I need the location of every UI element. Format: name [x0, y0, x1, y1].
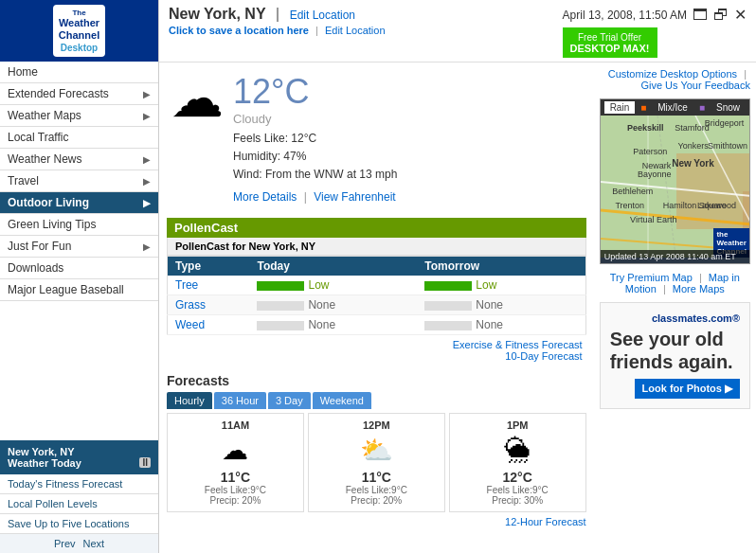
- map-tab-mix[interactable]: Mix/Ice: [652, 101, 693, 114]
- restore-icon[interactable]: 🗗: [713, 7, 729, 24]
- customize-link[interactable]: Customize Desktop Options: [608, 68, 737, 80]
- date-area: April 13, 2008, 11:50 AM 🗖 🗗 ✕ Free Tria…: [563, 6, 747, 58]
- nav-item-weather-maps[interactable]: Weather Maps▶: [0, 105, 158, 127]
- nav-item-just-for-fun[interactable]: Just For Fun▶: [0, 236, 158, 258]
- wind: Wind: From the WNW at 13 mph: [233, 166, 397, 184]
- forecast-time: 11AM: [173, 419, 297, 431]
- pollen-row: Weed None None: [168, 314, 586, 334]
- forecast-tab-hourly[interactable]: Hourly: [167, 392, 212, 409]
- pollen-type: Tree: [168, 276, 250, 295]
- humidity: Humidity: 47%: [233, 148, 397, 166]
- weather-details: Feels Like: 12°C Humidity: 47% Wind: Fro…: [233, 130, 397, 206]
- nav-item-local-traffic[interactable]: Local Traffic: [0, 127, 158, 149]
- temperature: 12°C: [233, 72, 397, 112]
- logo-area: The Weather Channel Desktop: [0, 0, 158, 62]
- sidebar-fitness-link[interactable]: Today's Fitness Forecast: [0, 474, 158, 494]
- map-label-paterson: Paterson: [633, 147, 667, 156]
- map-label-trenton: Trenton: [615, 201, 644, 210]
- sidebar-pagination: Prev Next: [0, 534, 158, 553]
- close-icon[interactable]: ✕: [734, 6, 747, 24]
- pollen-col-today: Today: [249, 256, 417, 276]
- tenday-forecast-link[interactable]: 10-Day Forecast: [505, 350, 582, 362]
- sidebar-collapse-btn[interactable]: II: [139, 457, 151, 468]
- forecast-precip: Precip: 20%: [315, 495, 439, 506]
- map-tab-snow[interactable]: Snow: [711, 101, 746, 114]
- pollen-links: Exercise & Fitness Forecast 10-Day Forec…: [167, 335, 586, 366]
- nav-item-outdoor-living[interactable]: Outdoor Living▶: [0, 192, 158, 214]
- nav-item-extended-forecasts[interactable]: Extended Forecasts▶: [0, 83, 158, 105]
- forecast-cards: 11AM ☁ 11°C Feels Like:9°C Precip: 20% 1…: [167, 413, 586, 512]
- nav-item-downloads[interactable]: Downloads: [0, 258, 158, 279]
- nav-item-major-league-baseball[interactable]: Major League Baseball: [0, 279, 158, 301]
- sidebar-save-link[interactable]: Save Up to Five Locations: [0, 514, 158, 534]
- map-label-lakewood: Lakewood: [697, 201, 736, 210]
- map-label-newyork: New York: [672, 158, 714, 169]
- feedback-link[interactable]: Give Us Your Feedback: [640, 80, 750, 91]
- right-panel: Customize Desktop Options | Give Us Your…: [594, 62, 756, 553]
- nav-item-travel[interactable]: Travel▶: [0, 170, 158, 192]
- fahrenheit-link[interactable]: View Fahrenheit: [314, 190, 396, 204]
- customize-bar: Customize Desktop Options | Give Us Your…: [600, 66, 750, 93]
- pollen-section: PollenCast PollenCast for New York, NY T…: [167, 218, 586, 366]
- current-weather: ☁ 12°C Cloudy Feels Like: 12°C Humidity:…: [167, 68, 586, 210]
- ad-button[interactable]: Look for Photos ▶: [635, 379, 740, 399]
- forecast-tab-weekend[interactable]: Weekend: [313, 392, 371, 409]
- ad-brand: classmates.com®: [610, 312, 740, 324]
- map-updated: Updated 13 Apr 2008 11:40 am ET: [604, 252, 736, 261]
- location-name: New York, NY: [169, 6, 265, 22]
- minimize-icon[interactable]: 🗖: [693, 7, 708, 24]
- trial-button[interactable]: Free Trial Offer DESKTOP MAX!: [563, 27, 657, 58]
- ad-box: classmates.com® See your old friends aga…: [600, 302, 750, 409]
- logo-channel: Channel: [59, 29, 99, 41]
- forecast-tabs: Hourly36 Hour3 DayWeekend: [167, 392, 586, 409]
- edit-location-link2[interactable]: Edit Location: [325, 25, 386, 36]
- nav-item-green-living-tips[interactable]: Green Living Tips: [0, 214, 158, 236]
- map-label-peekskill: Peekskill: [627, 123, 664, 133]
- pollen-location: PollenCast for New York, NY: [167, 238, 586, 256]
- nav-item-weather-news[interactable]: Weather News▶: [0, 149, 158, 170]
- map-label-bethlehem: Bethlehem: [612, 187, 653, 196]
- next-link[interactable]: Next: [83, 538, 105, 549]
- forecast-card: 12PM ⛅ 11°C Feels Like:9°C Precip: 20%: [308, 413, 445, 512]
- map-container: Rain ■ Mix/Ice ■ Snow: [600, 98, 750, 264]
- page-header: New York, NY | Edit Location Click to sa…: [159, 0, 756, 62]
- exercise-forecast-link[interactable]: Exercise & Fitness Forecast: [453, 339, 583, 350]
- main-content: New York, NY | Edit Location Click to sa…: [159, 0, 756, 553]
- map-tab-rain[interactable]: Rain: [604, 101, 636, 114]
- premium-map-link[interactable]: Try Premium Map: [610, 272, 693, 283]
- map-label-bayonne: Bayonne: [638, 169, 672, 179]
- location-title: New York, NY | Edit Location: [169, 6, 386, 23]
- pollen-table: Type Today Tomorrow Tree Low Low Grass N…: [167, 256, 586, 335]
- content-row: ☁ 12°C Cloudy Feels Like: 12°C Humidity:…: [159, 62, 756, 553]
- edit-location-link[interactable]: Edit Location: [290, 9, 355, 22]
- nav-container: HomeExtended Forecasts▶Weather Maps▶Loca…: [0, 62, 158, 301]
- forecast-temp: 12°C: [456, 470, 580, 485]
- forecast-tab-36-hour[interactable]: 36 Hour: [214, 392, 266, 409]
- forecast-precip: Precip: 30%: [456, 495, 580, 506]
- map-divider1: ■: [640, 102, 646, 113]
- forecast-feels: Feels Like:9°C: [173, 485, 297, 495]
- sidebar-weather-today: New York, NY Weather Today II: [0, 440, 158, 474]
- forecast-icon: ☁: [173, 435, 297, 466]
- date-display: April 13, 2008, 11:50 AM 🗖 🗗 ✕: [563, 6, 747, 24]
- pollen-col-type: Type: [168, 256, 250, 276]
- pollen-today: None: [249, 294, 417, 314]
- forecast-time: 1PM: [456, 419, 580, 431]
- more-maps-link[interactable]: More Maps: [673, 283, 725, 294]
- sidebar-pollen-link[interactable]: Local Pollen Levels: [0, 494, 158, 514]
- nav-item-home[interactable]: Home: [0, 62, 158, 83]
- forecast-card: 11AM ☁ 11°C Feels Like:9°C Precip: 20%: [167, 413, 304, 512]
- forecast-feels: Feels Like:9°C: [315, 485, 439, 495]
- pollen-today: Low: [249, 276, 417, 295]
- map-visual: Peekskill Stamford Bridgeport Paterson Y…: [601, 116, 749, 258]
- map-footer: Updated 13 Apr 2008 11:40 am ET: [601, 250, 749, 263]
- ad-text: See your old friends again.: [610, 328, 740, 373]
- forecast-tab-3-day[interactable]: 3 Day: [268, 392, 311, 409]
- forecast-12hr-link[interactable]: 12-Hour Forecast: [505, 516, 586, 527]
- map-label-virtualearth: Virtual Earth: [630, 215, 676, 224]
- prev-link[interactable]: Prev: [54, 538, 76, 549]
- save-location-link[interactable]: Click to save a location here: [169, 25, 309, 36]
- forecast-12hr-link-area: 12-Hour Forecast: [167, 516, 586, 527]
- more-details-link[interactable]: More Details: [233, 190, 297, 204]
- forecast-temp: 11°C: [173, 470, 297, 485]
